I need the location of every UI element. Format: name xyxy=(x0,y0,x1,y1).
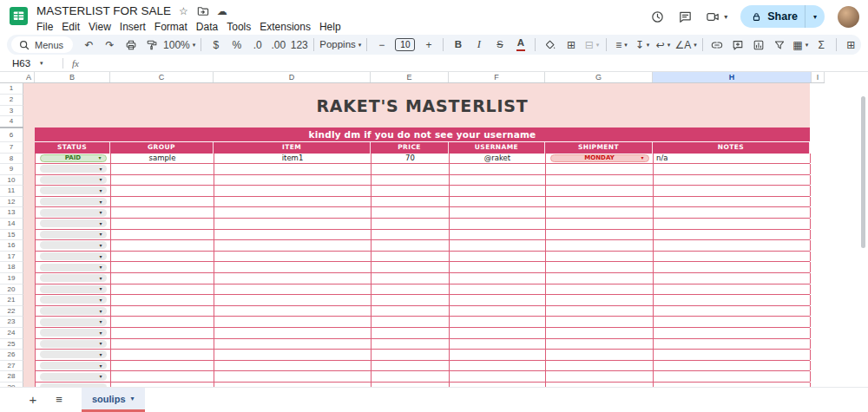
font-family-select[interactable]: Poppins▾ xyxy=(319,36,362,53)
cell[interactable] xyxy=(450,350,546,360)
cell[interactable]: ▾ xyxy=(36,295,111,305)
status-chip-empty[interactable]: ▾ xyxy=(40,373,107,381)
name-box[interactable]: H63 ▾ xyxy=(0,58,57,69)
status-chip-empty[interactable]: ▾ xyxy=(40,318,107,326)
cell[interactable] xyxy=(214,219,372,229)
doc-title[interactable]: MASTERLIST FOR SALE xyxy=(36,4,171,17)
cell[interactable] xyxy=(654,328,811,338)
cell[interactable] xyxy=(546,306,654,317)
cell[interactable] xyxy=(546,175,654,186)
cell[interactable] xyxy=(546,371,654,382)
cell[interactable] xyxy=(214,361,372,371)
menu-help[interactable]: Help xyxy=(315,21,345,33)
namebox-caret-icon[interactable]: ▾ xyxy=(40,60,43,67)
cell[interactable] xyxy=(372,186,450,196)
menu-format[interactable]: Format xyxy=(150,21,192,33)
cell[interactable] xyxy=(111,186,214,196)
cell[interactable] xyxy=(111,306,214,317)
chip-caret-icon[interactable]: ▾ xyxy=(99,167,102,172)
menu-edit[interactable]: Edit xyxy=(57,21,84,33)
avatar[interactable] xyxy=(838,6,859,28)
cell[interactable]: ▾ xyxy=(36,230,111,240)
cell[interactable] xyxy=(654,295,811,305)
status-chip-empty[interactable]: ▾ xyxy=(40,165,107,173)
cell[interactable]: ▾ xyxy=(36,175,111,186)
text-rotation-button[interactable]: ∠A▾ xyxy=(674,36,697,53)
cell[interactable] xyxy=(214,186,372,196)
cell[interactable] xyxy=(214,164,372,174)
cell[interactable] xyxy=(111,164,214,174)
status-chip-empty[interactable]: ▾ xyxy=(40,264,107,271)
increase-font-size-button[interactable]: + xyxy=(418,36,438,53)
cell[interactable] xyxy=(214,328,372,338)
cell[interactable] xyxy=(654,339,811,350)
cell[interactable] xyxy=(450,371,546,382)
chip-caret-icon[interactable]: ▾ xyxy=(99,352,102,357)
row-header-25[interactable]: 25 xyxy=(0,339,23,350)
cell[interactable] xyxy=(111,219,214,229)
cell[interactable] xyxy=(214,230,372,240)
increase-decimals-button[interactable]: .00 xyxy=(268,36,288,53)
vertical-scrollbar-thumb[interactable] xyxy=(861,96,865,248)
menu-file[interactable]: File xyxy=(36,21,57,33)
cell[interactable] xyxy=(654,197,811,207)
text-color-button[interactable]: A xyxy=(510,36,530,53)
table-header-shipment[interactable]: SHIPMENT xyxy=(545,142,653,154)
cell[interactable] xyxy=(372,197,450,207)
cell[interactable] xyxy=(214,371,372,382)
cell[interactable]: ▾ xyxy=(36,186,111,196)
cell[interactable]: ▾ xyxy=(36,306,111,317)
table-header-item[interactable]: ITEM xyxy=(214,142,371,154)
column-header-c[interactable]: C xyxy=(110,72,214,82)
cell[interactable]: @raket xyxy=(450,154,546,164)
cell[interactable] xyxy=(372,230,450,240)
column-header-d[interactable]: D xyxy=(214,72,371,82)
status-chip-empty[interactable]: ▾ xyxy=(40,231,107,239)
insert-link-button[interactable] xyxy=(707,36,727,53)
cell[interactable] xyxy=(546,284,654,295)
cell[interactable]: ▾ xyxy=(36,350,111,360)
cell[interactable] xyxy=(111,175,214,186)
cell[interactable] xyxy=(372,371,450,382)
cell[interactable] xyxy=(214,175,372,186)
functions-button[interactable]: Σ xyxy=(812,36,832,53)
row-header-13[interactable]: 13 xyxy=(0,207,23,219)
cell[interactable] xyxy=(450,186,546,196)
row-header-11[interactable]: 11 xyxy=(0,186,23,197)
hidden-row-indicator[interactable] xyxy=(0,127,23,128)
status-chip-empty[interactable]: ▾ xyxy=(40,176,107,184)
cell[interactable] xyxy=(214,284,372,295)
status-chip-empty[interactable]: ▾ xyxy=(40,362,107,369)
cell[interactable] xyxy=(111,371,214,382)
cell[interactable] xyxy=(450,295,546,305)
cell[interactable] xyxy=(372,252,450,262)
cell[interactable] xyxy=(654,371,811,382)
column-header-g[interactable]: G xyxy=(545,72,653,82)
cell[interactable] xyxy=(214,262,372,272)
cell[interactable] xyxy=(214,207,372,218)
row-header-24[interactable]: 24 xyxy=(0,328,23,339)
cell[interactable] xyxy=(450,339,546,350)
cell[interactable] xyxy=(214,240,372,251)
decrease-font-size-button[interactable]: − xyxy=(372,36,391,53)
table-header-status[interactable]: STATUS xyxy=(35,142,110,154)
horizontal-align-button[interactable]: ≡▾ xyxy=(611,36,631,53)
cell[interactable] xyxy=(450,306,546,317)
cell[interactable]: MONDAY▾ xyxy=(546,154,654,164)
cell[interactable] xyxy=(372,262,450,272)
insert-table-button[interactable]: ⊞ xyxy=(841,36,861,53)
status-chip-empty[interactable]: ▾ xyxy=(40,296,107,304)
cell[interactable] xyxy=(654,240,811,251)
cell[interactable] xyxy=(214,339,372,350)
font-size-input[interactable]: 10 xyxy=(394,36,416,53)
row-header-7[interactable]: 7 xyxy=(0,142,23,154)
insert-chart-button[interactable] xyxy=(749,36,769,53)
chip-caret-icon[interactable]: ▾ xyxy=(99,265,102,270)
row-header-2[interactable]: 2 xyxy=(0,95,23,106)
chip-caret-icon[interactable]: ▾ xyxy=(99,177,102,182)
cell[interactable] xyxy=(450,219,546,229)
cell[interactable]: ▾ xyxy=(36,371,111,382)
cell[interactable] xyxy=(214,295,372,305)
cell[interactable] xyxy=(214,350,372,360)
borders-button[interactable]: ⊞ xyxy=(561,36,581,53)
